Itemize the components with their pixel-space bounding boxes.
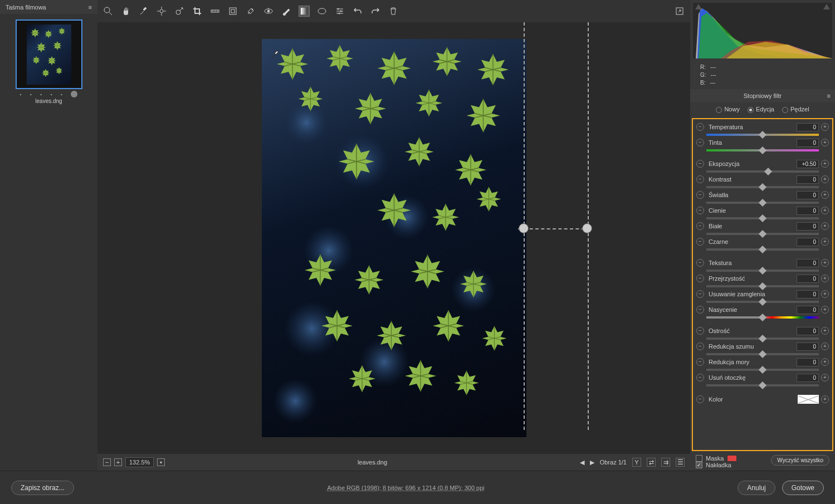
prev-image-icon[interactable]: ◀ xyxy=(580,459,584,466)
temperatura-slider[interactable] xyxy=(706,134,819,136)
przejrzystosc-minus[interactable]: − xyxy=(696,275,704,282)
ekspozycja-slider[interactable] xyxy=(706,170,819,173)
cienie-value[interactable] xyxy=(797,207,819,215)
cienie-plus[interactable]: + xyxy=(821,207,829,214)
nasycenie-value[interactable] xyxy=(797,306,819,314)
biale-plus[interactable]: + xyxy=(821,222,829,230)
settings-icon[interactable]: ☰ xyxy=(676,458,685,467)
ostrosc-value[interactable] xyxy=(797,327,819,335)
adjustment-brush-icon[interactable] xyxy=(281,6,291,16)
before-after-icon[interactable]: Y xyxy=(632,458,641,467)
overlay-checkbox[interactable]: ✓ xyxy=(696,462,702,468)
gradient-midline[interactable] xyxy=(518,228,590,229)
highlight-clip-icon[interactable] xyxy=(823,4,830,9)
zoom-dropdown-icon[interactable]: ▾ xyxy=(157,458,165,466)
targeted-adjust-icon[interactable] xyxy=(174,6,184,16)
dehaze-value[interactable] xyxy=(797,290,819,299)
cancel-button[interactable]: Anuluj xyxy=(738,481,775,495)
czarne-plus[interactable]: + xyxy=(821,238,829,246)
undo-icon[interactable] xyxy=(353,6,363,16)
otoczka-value[interactable] xyxy=(797,374,819,382)
zoom-icon[interactable] xyxy=(103,6,113,16)
mask-color-swatch[interactable] xyxy=(727,455,737,462)
dehaze-plus[interactable]: + xyxy=(821,290,829,298)
redeye-icon[interactable] xyxy=(263,6,274,16)
color-sampler-icon[interactable] xyxy=(157,6,167,16)
open-object-icon[interactable] xyxy=(675,6,685,16)
swap-icon[interactable]: ⇄ xyxy=(647,458,656,467)
otoczka-slider[interactable] xyxy=(706,384,819,386)
cienie-slider[interactable] xyxy=(706,217,819,219)
kolor-plus[interactable]: + xyxy=(821,395,829,403)
temperatura-plus[interactable]: + xyxy=(821,123,829,131)
ekspozycja-plus[interactable]: + xyxy=(821,160,829,168)
view-toggle-minus[interactable]: − xyxy=(103,458,111,466)
mora-slider[interactable] xyxy=(706,369,819,371)
biale-slider[interactable] xyxy=(706,233,819,235)
mode-brush[interactable]: Pędzel xyxy=(782,106,809,113)
tekstura-slider[interactable] xyxy=(706,270,819,272)
dehaze-slider[interactable] xyxy=(706,301,819,303)
wb-eyedropper-icon[interactable] xyxy=(139,6,149,16)
crop-icon[interactable] xyxy=(192,6,202,16)
presets-icon[interactable] xyxy=(335,6,345,16)
kolor-minus[interactable]: − xyxy=(696,395,704,403)
shadow-clip-icon[interactable] xyxy=(695,4,702,9)
przejrzystosc-value[interactable] xyxy=(797,275,819,283)
filmstrip-thumbnail[interactable]: ••••• leaves.dng xyxy=(16,19,82,104)
next-image-icon[interactable]: ▶ xyxy=(590,459,594,466)
tekstura-value[interactable] xyxy=(797,259,819,267)
tinta-value[interactable] xyxy=(797,139,819,147)
biale-minus[interactable]: − xyxy=(696,222,704,230)
panel-menu-icon[interactable]: ≡ xyxy=(827,92,831,99)
clear-all-button[interactable]: Wyczyść wszystko xyxy=(771,455,829,466)
mode-new[interactable]: Nowy xyxy=(716,106,740,113)
szum-value[interactable] xyxy=(797,342,819,351)
graduated-filter-icon[interactable] xyxy=(299,6,309,16)
swiatla-minus[interactable]: − xyxy=(696,191,704,199)
transform-icon[interactable] xyxy=(228,6,238,16)
redo-icon[interactable] xyxy=(370,6,380,16)
przejrzystosc-slider[interactable] xyxy=(706,285,819,287)
nasycenie-plus[interactable]: + xyxy=(821,306,829,314)
straighten-icon[interactable] xyxy=(210,6,220,16)
czarne-value[interactable] xyxy=(797,238,819,246)
ostrosc-slider[interactable] xyxy=(706,337,819,340)
image-info[interactable]: Adobe RGB (1998); 8 bitów; 696 x 1214 (0… xyxy=(74,485,738,491)
otoczka-minus[interactable]: − xyxy=(696,374,704,381)
filmstrip-menu-icon[interactable]: ≡ xyxy=(89,4,92,11)
spot-removal-icon[interactable] xyxy=(246,6,256,16)
kolor-swatch[interactable] xyxy=(798,395,819,404)
gradient-pin-end[interactable] xyxy=(582,223,592,233)
szum-slider[interactable] xyxy=(706,353,819,355)
otoczka-plus[interactable]: + xyxy=(821,374,829,381)
radial-filter-icon[interactable] xyxy=(317,6,327,16)
mora-plus[interactable]: + xyxy=(821,358,829,366)
nasycenie-slider[interactable] xyxy=(706,316,819,319)
nasycenie-minus[interactable]: − xyxy=(696,306,704,314)
kontrast-value[interactable] xyxy=(797,175,819,184)
czarne-minus[interactable]: − xyxy=(696,238,704,246)
mask-checkbox[interactable] xyxy=(696,455,702,462)
hand-icon[interactable] xyxy=(121,6,131,16)
kontrast-slider[interactable] xyxy=(706,186,819,188)
tinta-slider[interactable] xyxy=(706,149,819,151)
ostrosc-plus[interactable]: + xyxy=(821,327,829,335)
gradient-line-end[interactable] xyxy=(588,22,589,430)
tekstura-minus[interactable]: − xyxy=(696,259,704,267)
copy-settings-icon[interactable]: ⇉ xyxy=(661,458,670,467)
trash-icon[interactable] xyxy=(388,6,398,16)
cienie-minus[interactable]: − xyxy=(696,207,704,214)
temperatura-minus[interactable]: − xyxy=(696,123,704,131)
ostrosc-minus[interactable]: − xyxy=(696,327,704,335)
swiatla-value[interactable] xyxy=(797,191,819,199)
view-toggle-plus[interactable]: + xyxy=(114,458,122,466)
dehaze-minus[interactable]: − xyxy=(696,290,704,298)
temperatura-value[interactable] xyxy=(797,123,819,131)
ekspozycja-value[interactable] xyxy=(797,160,819,168)
mode-edit[interactable]: Edycja xyxy=(748,106,774,113)
szum-plus[interactable]: + xyxy=(821,342,829,350)
mora-value[interactable] xyxy=(797,358,819,366)
save-image-button[interactable]: Zapisz obraz... xyxy=(11,481,74,495)
swiatla-plus[interactable]: + xyxy=(821,191,829,199)
